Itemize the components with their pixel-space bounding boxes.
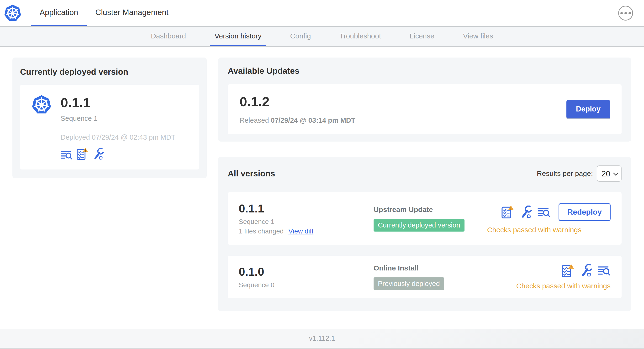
version-row-middle: Online Install Previously deployed [374,264,516,290]
tab-version-history[interactable]: Version history [210,27,266,46]
results-per-page-label: Results per page: [537,170,593,178]
version-sequence: Sequence 0 [239,281,374,289]
available-update-card: 0.1.2 Released 07/29/24 @ 03:14 pm MDT D… [228,84,622,134]
tab-license[interactable]: License [405,27,439,46]
version-action-icons [562,264,610,277]
console-version-label: v1.112.1 [309,334,335,342]
version-source-label: Upstream Update [374,206,487,214]
top-navbar: Application Cluster Management [0,0,644,27]
redeploy-button[interactable]: Redeploy [558,203,610,221]
all-versions-title: All versions [228,169,275,178]
results-per-page-select[interactable]: 20 [597,166,622,182]
update-version-number: 0.1.2 [240,94,355,109]
preflight-status-link[interactable]: Checks passed with warnings [516,282,610,290]
topbar-right [618,0,644,26]
main-content: Currently deployed version 0.1.1 Sequenc… [0,47,644,311]
released-date: 07/29/24 @ 03:14 pm MDT [271,116,356,124]
secondary-tabs: Dashboard Version history Config Trouble… [0,27,644,47]
version-number: 0.1.1 [239,202,374,215]
app-icon [32,95,52,160]
config-wrench-icon[interactable] [520,206,532,218]
preflight-checks-warning-icon[interactable] [501,205,514,219]
current-deployed-timestamp: Deployed 07/29/24 @ 02:43 pm MDT [61,134,176,141]
version-row-actions: Checks passed with warnings [516,264,610,290]
version-row-middle: Upstream Update Currently deployed versi… [374,206,487,232]
current-version-info: 0.1.1 Sequence 1 Deployed 07/29/24 @ 02:… [61,95,176,160]
all-versions-panel: All versions Results per page: 20 0.1.1 … [218,157,631,311]
currently-deployed-badge: Currently deployed version [374,219,464,232]
update-released-timestamp: Released 07/29/24 @ 03:14 pm MDT [240,116,355,124]
all-versions-header: All versions Results per page: 20 [228,166,622,182]
available-updates-title: Available Updates [228,66,622,76]
version-source-label: Online Install [374,264,516,272]
ellipsis-icon [620,12,623,14]
tab-application[interactable]: Application [31,0,87,26]
tab-view-files[interactable]: View files [458,27,498,46]
kubernetes-icon [4,4,22,22]
version-row-actions: Redeploy Checks passed with warnings [487,203,610,234]
version-row-info: 0.1.1 Sequence 1 1 files changed View di… [239,202,374,235]
tab-config[interactable]: Config [286,27,316,46]
view-diff-logs-icon[interactable] [61,150,72,160]
current-version-actions [61,148,176,160]
available-updates-panel: Available Updates 0.1.2 Released 07/29/2… [218,58,631,142]
current-sequence-label: Sequence 1 [61,114,176,122]
update-info: 0.1.2 Released 07/29/24 @ 03:14 pm MDT [240,94,355,124]
version-sequence: Sequence 1 [239,218,374,226]
ellipsis-icon [624,12,627,14]
currently-deployed-card: 0.1.1 Sequence 1 Deployed 07/29/24 @ 02:… [20,85,199,170]
preflight-status-link[interactable]: Checks passed with warnings [487,226,582,234]
preflight-checks-warning-icon[interactable] [562,264,574,277]
results-per-page: Results per page: 20 [537,166,622,182]
tab-cluster-management[interactable]: Cluster Management [87,0,177,26]
ellipsis-icon [628,12,631,14]
right-column: Available Updates 0.1.2 Released 07/29/2… [218,58,631,311]
version-row: 0.1.0 Sequence 0 Online Install Previous… [228,256,622,298]
view-diff-logs-icon[interactable] [538,207,550,218]
deploy-button[interactable]: Deploy [566,100,610,118]
tab-dashboard[interactable]: Dashboard [146,27,191,46]
more-options-button[interactable] [618,6,633,20]
version-row: 0.1.1 Sequence 1 1 files changed View di… [228,192,622,245]
current-version-number: 0.1.1 [61,96,176,110]
preflight-checks-warning-icon[interactable] [76,148,88,160]
released-prefix: Released [240,116,269,124]
tab-troubleshoot[interactable]: Troubleshoot [335,27,386,46]
primary-tabs: Application Cluster Management [31,0,177,26]
config-wrench-icon[interactable] [92,148,104,160]
previously-deployed-badge: Previously deployed [374,278,444,290]
results-per-page-select-wrap: 20 [597,166,622,182]
files-changed-row: 1 files changed View diff [239,228,374,235]
version-action-icons: Redeploy [501,203,610,221]
config-wrench-icon[interactable] [580,264,592,277]
view-diff-logs-icon[interactable] [598,265,610,276]
currently-deployed-panel: Currently deployed version 0.1.1 Sequenc… [12,58,207,178]
currently-deployed-title: Currently deployed version [20,67,199,77]
footer: v1.112.1 [0,329,644,349]
kubernetes-icon [32,95,52,115]
version-row-info: 0.1.0 Sequence 0 [239,265,374,289]
version-number: 0.1.0 [239,265,374,278]
files-changed-label: 1 files changed [239,228,284,235]
view-diff-link[interactable]: View diff [288,228,314,235]
kubernetes-logo [4,0,22,26]
